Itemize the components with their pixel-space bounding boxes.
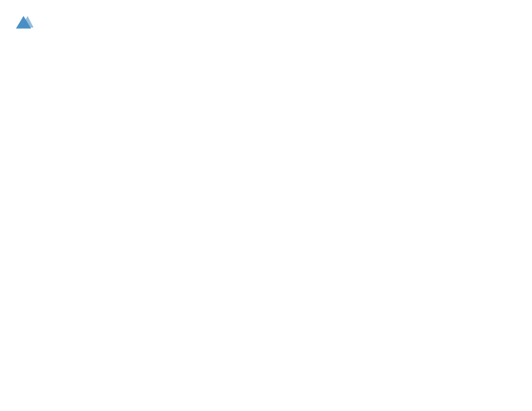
page-header [13, 13, 519, 34]
logo-icon [13, 13, 34, 34]
logo [13, 13, 36, 34]
